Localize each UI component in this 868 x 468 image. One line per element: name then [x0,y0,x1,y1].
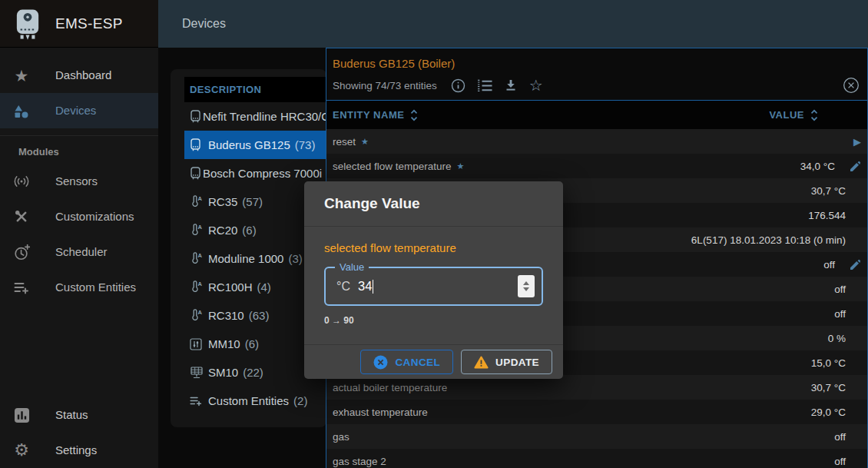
numbered-list-icon[interactable] [477,79,492,92]
column-value: VALUE [769,109,804,121]
sort-value-icon[interactable] [810,109,818,121]
value-range-hint: 0 → 90 [324,315,543,326]
top-app-bar: Devices [158,0,868,48]
change-value-dialog: Change Value selected flow temperature V… [304,181,563,379]
text-caret [373,280,373,294]
cancel-button[interactable]: CANCEL [360,350,453,374]
tools-icon [12,199,31,234]
device-row-nefit-trendline[interactable]: Nefit Trendline HRC30/C [184,102,326,131]
page-title: Devices [182,0,226,48]
value-field-label: Value [335,261,369,273]
stepper-up-icon[interactable] [523,281,529,285]
boiler-icon [190,138,207,151]
stepper-down-icon[interactable] [523,287,529,291]
description-column-label: DESCRIPTION [190,84,261,95]
column-entity-name: ENTITY NAME [333,109,404,121]
svg-text:A: A [198,280,203,287]
table-row[interactable]: reset★ ▶ [326,129,867,154]
thermostat-icon: A [190,309,207,322]
sidebar: EMS-ESP ★ Dashboard Devices Modules [0,0,158,468]
close-icon[interactable] [843,77,860,97]
svg-text:A: A [198,309,203,316]
unit-label: °C [336,280,350,294]
update-button[interactable]: UPDATE [461,350,552,374]
value-input[interactable]: Value °C 34 [324,267,543,306]
sidebar-item-customizations[interactable]: Customizations [0,199,158,234]
playlist-add-icon [190,396,207,407]
sidebar-item-dashboard[interactable]: ★ Dashboard [0,58,158,93]
brand-header: EMS-ESP [0,0,158,48]
entity-count-text: Showing 74/73 entities [333,80,437,91]
bar-chart-icon [12,397,31,433]
svg-text:A: A [198,195,203,202]
dialog-footer: CANCEL UPDATE [304,344,563,379]
table-row[interactable]: gas off [326,424,867,449]
solar-panel-icon [190,367,207,379]
playlist-add-icon [12,270,31,305]
svg-text:A: A [198,224,203,231]
download-icon[interactable] [504,78,518,92]
edit-pencil-icon[interactable] [850,252,861,277]
info-icon[interactable] [451,78,465,93]
gear-icon: ⚙ [12,433,31,468]
svg-text:A: A [198,252,203,259]
device-table-header: DESCRIPTION [184,77,326,102]
favorite-star-suffix: ★ [361,137,369,147]
device-row-buderus-gb125[interactable]: Buderus GB125 (73) [184,131,326,159]
sidebar-divider [0,135,158,136]
entity-panel-header: Buderus GB125 (Boiler) Showing 74/73 ent… [326,48,867,101]
table-row[interactable]: exhaust temperature 29,0 °C [326,400,867,424]
brand-name: EMS-ESP [55,0,123,48]
sidebar-item-status[interactable]: Status [0,397,158,433]
boiler-logo-icon [13,8,42,42]
modules-section-label: Modules [18,146,59,158]
thermostat-icon: A [190,224,207,237]
cancel-circle-icon [373,355,388,370]
sidebar-item-custom-entities[interactable]: Custom Entities [0,270,158,305]
clock-plus-icon [12,234,31,270]
device-list-panel: DESCRIPTION Nefit Trendline HRC30/C Bude… [171,69,326,427]
run-command-icon[interactable]: ▶ [853,129,861,154]
thermostat-icon: A [190,280,207,294]
device-title: Buderus GB125 (Boiler) [333,57,455,70]
ems-esp-app: Devices EMS-ESP ★ Dashboard [0,0,868,468]
number-stepper[interactable] [518,275,535,297]
warning-triangle-icon [474,356,489,369]
dialog-entity-label: selected flow temperature [324,241,543,254]
favorite-star-suffix: ★ [457,161,465,171]
sidebar-item-settings[interactable]: ⚙ Settings [0,433,158,468]
boiler-icon [190,167,201,180]
sidebar-item-scheduler[interactable]: Scheduler [0,234,158,270]
mixer-icon [190,338,207,350]
table-row[interactable]: gas stage 2 off [326,449,867,468]
boiler-icon [190,110,201,123]
favorite-star-icon[interactable]: ☆ [529,78,543,93]
edit-pencil-icon[interactable] [850,154,861,178]
thermostat-icon: A [190,252,207,265]
dialog-title: Change Value [324,195,420,212]
dialog-header: Change Value [304,181,563,227]
value-text: 34 [358,279,372,294]
table-row[interactable]: selected flow temperature★ 34,0 °C [326,154,867,178]
sidebar-item-devices[interactable]: Devices [0,93,158,128]
sensor-waves-icon [12,164,31,199]
sidebar-item-sensors[interactable]: Sensors [0,164,158,199]
thermostat-icon: A [190,195,207,208]
shapes-icon [12,93,31,128]
device-row-custom-entities[interactable]: Custom Entities (2) [184,387,326,415]
star-icon: ★ [12,58,31,93]
entity-table-header: ENTITY NAME VALUE [326,101,867,129]
sort-entity-name-icon[interactable] [410,109,418,121]
